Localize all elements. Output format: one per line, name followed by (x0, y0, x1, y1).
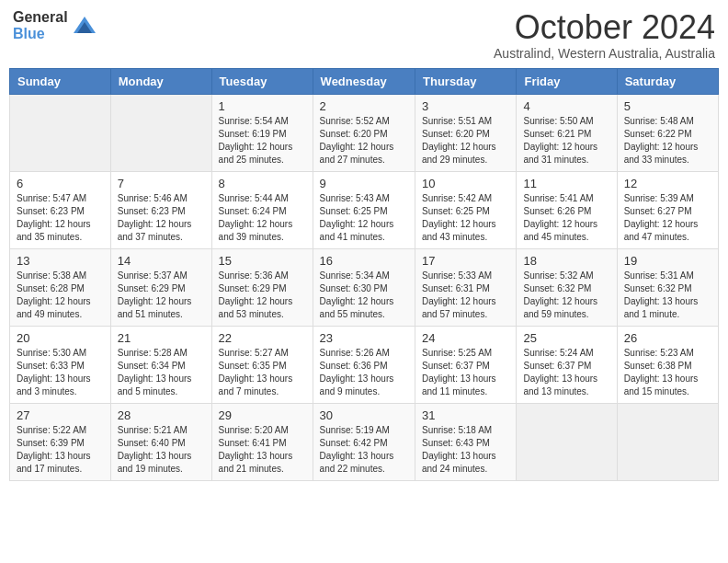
calendar-week-3: 13Sunrise: 5:38 AM Sunset: 6:28 PM Dayli… (10, 248, 719, 326)
calendar-week-5: 27Sunrise: 5:22 AM Sunset: 6:39 PM Dayli… (10, 403, 719, 480)
calendar-cell: 3Sunrise: 5:51 AM Sunset: 6:20 PM Daylig… (415, 94, 517, 171)
calendar-cell: 23Sunrise: 5:26 AM Sunset: 6:36 PM Dayli… (313, 326, 415, 403)
day-info: Sunrise: 5:47 AM Sunset: 6:23 PM Dayligh… (17, 192, 104, 244)
calendar-cell (10, 94, 111, 171)
day-info: Sunrise: 5:25 AM Sunset: 6:37 PM Dayligh… (422, 347, 509, 398)
day-number: 20 (17, 331, 104, 345)
calendar-cell: 5Sunrise: 5:48 AM Sunset: 6:22 PM Daylig… (617, 94, 718, 171)
main-title: October 2024 (494, 9, 715, 46)
day-info: Sunrise: 5:20 AM Sunset: 6:41 PM Dayligh… (219, 424, 306, 476)
day-info: Sunrise: 5:46 AM Sunset: 6:23 PM Dayligh… (118, 192, 205, 244)
day-info: Sunrise: 5:38 AM Sunset: 6:28 PM Dayligh… (17, 270, 104, 321)
day-info: Sunrise: 5:48 AM Sunset: 6:22 PM Dayligh… (624, 115, 711, 167)
calendar-cell: 11Sunrise: 5:41 AM Sunset: 6:26 PM Dayli… (517, 171, 617, 248)
day-info: Sunrise: 5:50 AM Sunset: 6:21 PM Dayligh… (523, 115, 609, 167)
calendar-cell: 31Sunrise: 5:18 AM Sunset: 6:43 PM Dayli… (415, 403, 517, 480)
calendar-cell: 12Sunrise: 5:39 AM Sunset: 6:27 PM Dayli… (617, 171, 718, 248)
day-number: 1 (219, 99, 306, 113)
calendar-header-monday: Monday (110, 68, 211, 94)
day-number: 3 (422, 99, 509, 113)
day-number: 11 (523, 177, 609, 190)
calendar-week-4: 20Sunrise: 5:30 AM Sunset: 6:33 PM Dayli… (10, 326, 719, 403)
calendar-week-2: 6Sunrise: 5:47 AM Sunset: 6:23 PM Daylig… (10, 171, 719, 248)
day-info: Sunrise: 5:24 AM Sunset: 6:37 PM Dayligh… (523, 347, 609, 398)
day-number: 29 (219, 408, 306, 422)
day-number: 25 (523, 331, 609, 345)
day-info: Sunrise: 5:19 AM Sunset: 6:42 PM Dayligh… (320, 424, 408, 476)
calendar-cell: 6Sunrise: 5:47 AM Sunset: 6:23 PM Daylig… (10, 171, 111, 248)
calendar-cell: 1Sunrise: 5:54 AM Sunset: 6:19 PM Daylig… (211, 94, 313, 171)
calendar-header-friday: Friday (517, 68, 617, 94)
day-number: 28 (118, 408, 205, 422)
day-number: 31 (422, 408, 509, 422)
logo-icon (72, 13, 97, 39)
calendar-cell: 27Sunrise: 5:22 AM Sunset: 6:39 PM Dayli… (10, 403, 111, 480)
day-info: Sunrise: 5:28 AM Sunset: 6:34 PM Dayligh… (118, 347, 205, 398)
day-info: Sunrise: 5:23 AM Sunset: 6:38 PM Dayligh… (624, 347, 711, 398)
day-number: 4 (523, 99, 609, 113)
calendar-cell: 14Sunrise: 5:37 AM Sunset: 6:29 PM Dayli… (110, 248, 211, 326)
day-info: Sunrise: 5:51 AM Sunset: 6:20 PM Dayligh… (422, 115, 509, 167)
calendar-week-1: 1Sunrise: 5:54 AM Sunset: 6:19 PM Daylig… (10, 94, 719, 171)
calendar-cell: 15Sunrise: 5:36 AM Sunset: 6:29 PM Dayli… (211, 248, 313, 326)
day-number: 19 (624, 254, 711, 268)
day-number: 24 (422, 331, 509, 345)
day-number: 23 (320, 331, 408, 345)
day-number: 12 (624, 177, 711, 190)
calendar-cell: 26Sunrise: 5:23 AM Sunset: 6:38 PM Dayli… (617, 326, 718, 403)
calendar-cell: 13Sunrise: 5:38 AM Sunset: 6:28 PM Dayli… (10, 248, 111, 326)
day-number: 27 (17, 408, 104, 422)
day-number: 26 (624, 331, 711, 345)
day-info: Sunrise: 5:44 AM Sunset: 6:24 PM Dayligh… (219, 192, 306, 244)
logo: General Blue (13, 9, 97, 41)
day-info: Sunrise: 5:30 AM Sunset: 6:33 PM Dayligh… (17, 347, 104, 398)
day-number: 18 (523, 254, 609, 268)
day-info: Sunrise: 5:42 AM Sunset: 6:25 PM Dayligh… (422, 192, 509, 244)
calendar-cell: 24Sunrise: 5:25 AM Sunset: 6:37 PM Dayli… (415, 326, 517, 403)
day-info: Sunrise: 5:36 AM Sunset: 6:29 PM Dayligh… (219, 270, 306, 321)
day-info: Sunrise: 5:54 AM Sunset: 6:19 PM Dayligh… (219, 115, 306, 167)
calendar-cell: 17Sunrise: 5:33 AM Sunset: 6:31 PM Dayli… (415, 248, 517, 326)
calendar-cell: 25Sunrise: 5:24 AM Sunset: 6:37 PM Dayli… (517, 326, 617, 403)
day-info: Sunrise: 5:34 AM Sunset: 6:30 PM Dayligh… (320, 270, 408, 321)
day-number: 30 (320, 408, 408, 422)
day-info: Sunrise: 5:33 AM Sunset: 6:31 PM Dayligh… (422, 270, 509, 321)
calendar-cell: 9Sunrise: 5:43 AM Sunset: 6:25 PM Daylig… (313, 171, 415, 248)
calendar-header-saturday: Saturday (617, 68, 718, 94)
calendar-header-thursday: Thursday (415, 68, 517, 94)
day-info: Sunrise: 5:41 AM Sunset: 6:26 PM Dayligh… (523, 192, 609, 244)
day-info: Sunrise: 5:27 AM Sunset: 6:35 PM Dayligh… (219, 347, 306, 398)
calendar-header-wednesday: Wednesday (313, 68, 415, 94)
calendar-cell: 21Sunrise: 5:28 AM Sunset: 6:34 PM Dayli… (110, 326, 211, 403)
day-number: 16 (320, 254, 408, 268)
day-number: 9 (320, 177, 408, 190)
calendar-cell (517, 403, 617, 480)
calendar-cell: 22Sunrise: 5:27 AM Sunset: 6:35 PM Dayli… (211, 326, 313, 403)
calendar-cell: 28Sunrise: 5:21 AM Sunset: 6:40 PM Dayli… (110, 403, 211, 480)
calendar-cell: 8Sunrise: 5:44 AM Sunset: 6:24 PM Daylig… (211, 171, 313, 248)
day-info: Sunrise: 5:18 AM Sunset: 6:43 PM Dayligh… (422, 424, 509, 476)
day-number: 6 (17, 177, 104, 190)
day-info: Sunrise: 5:39 AM Sunset: 6:27 PM Dayligh… (624, 192, 711, 244)
day-number: 15 (219, 254, 306, 268)
calendar-cell (110, 94, 211, 171)
logo-blue: Blue (13, 26, 68, 42)
day-info: Sunrise: 5:37 AM Sunset: 6:29 PM Dayligh… (118, 270, 205, 321)
day-info: Sunrise: 5:43 AM Sunset: 6:25 PM Dayligh… (320, 192, 408, 244)
calendar-header-sunday: Sunday (10, 68, 111, 94)
calendar-cell: 4Sunrise: 5:50 AM Sunset: 6:21 PM Daylig… (517, 94, 617, 171)
day-number: 5 (624, 99, 711, 113)
subtitle: Australind, Western Australia, Australia (494, 46, 715, 61)
day-info: Sunrise: 5:22 AM Sunset: 6:39 PM Dayligh… (17, 424, 104, 476)
day-number: 10 (422, 177, 509, 190)
calendar-cell: 19Sunrise: 5:31 AM Sunset: 6:32 PM Dayli… (617, 248, 718, 326)
day-number: 8 (219, 177, 306, 190)
calendar-cell: 2Sunrise: 5:52 AM Sunset: 6:20 PM Daylig… (313, 94, 415, 171)
day-number: 7 (118, 177, 205, 190)
day-number: 22 (219, 331, 306, 345)
day-info: Sunrise: 5:32 AM Sunset: 6:32 PM Dayligh… (523, 270, 609, 321)
day-info: Sunrise: 5:21 AM Sunset: 6:40 PM Dayligh… (118, 424, 205, 476)
calendar-cell: 29Sunrise: 5:20 AM Sunset: 6:41 PM Dayli… (211, 403, 313, 480)
calendar-cell: 7Sunrise: 5:46 AM Sunset: 6:23 PM Daylig… (110, 171, 211, 248)
calendar-cell: 10Sunrise: 5:42 AM Sunset: 6:25 PM Dayli… (415, 171, 517, 248)
